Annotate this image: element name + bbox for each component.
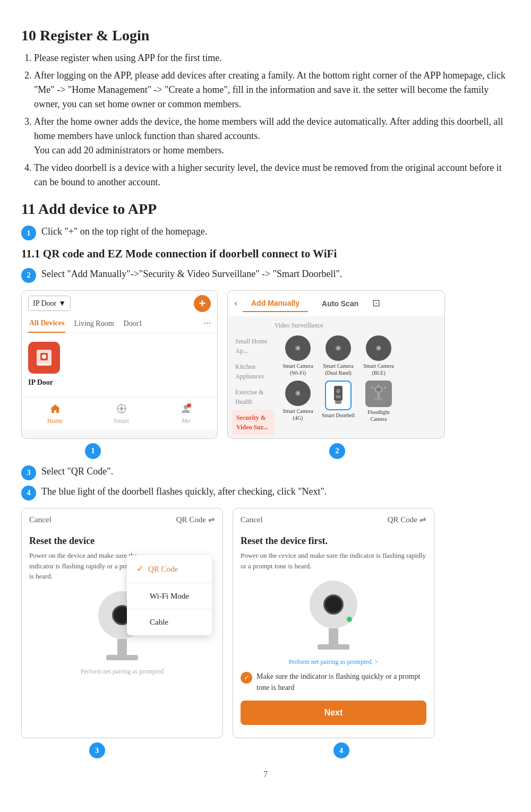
cam-smart-ble[interactable]: Smart Camera (BLE) (360, 335, 397, 376)
svg-rect-3 (38, 364, 50, 365)
svg-line-34 (384, 387, 386, 388)
svg-point-18 (337, 347, 339, 349)
bottom-right-phone: Cancel QR Code ⇌ Reset the device first.… (233, 508, 434, 739)
bl-cancel[interactable]: Cancel (29, 514, 52, 526)
svg-point-15 (297, 347, 299, 349)
tab-living-room[interactable]: Living Room (73, 315, 115, 332)
svg-point-2 (42, 355, 46, 359)
tab-auto-scan[interactable]: Auto Scan (313, 296, 367, 312)
dropdown-wifi-mode[interactable]: Wi-Fi Mode (127, 583, 212, 610)
step1-badge: 1 (21, 226, 36, 240)
page-number: 7 (21, 768, 510, 781)
badge-4-spacer: 4 (241, 742, 442, 758)
badge-2-spacer: 2 (228, 443, 446, 459)
cam-wifi-label: Smart Camera (Wi-Fi) (279, 362, 316, 376)
step2-text: Select "Add Manually"->"Security & Video… (41, 267, 342, 281)
footer-smart[interactable]: Smart (114, 403, 129, 426)
step3-badge: 3 (21, 465, 36, 480)
left-phone-tabs: All Devices Living Room Door1 ··· (22, 314, 217, 333)
step3-text: Select "QR Code". (41, 464, 113, 479)
tab-all-devices[interactable]: All Devices (28, 314, 65, 333)
cam-doorbell-label: Smart Doorbell (322, 412, 355, 419)
bottom-left-phone: Cancel QR Code ⇌ Reset the device Power … (21, 508, 223, 739)
right-phone-content: Video Surveillance Small Home Ap... Kitc… (228, 316, 444, 438)
step2-badge: 2 (21, 268, 36, 283)
svg-point-6 (120, 407, 123, 410)
cam-smart-wifi[interactable]: Smart Camera (Wi-Fi) (279, 335, 316, 376)
right-phone-topbar: ‹ Add Manually Auto Scan ⊡ (228, 291, 444, 316)
categories-area: Small Home Ap... Kitchen Appliances Exer… (232, 333, 440, 435)
video-surveillance-label: Video Surveillance (275, 321, 440, 330)
dropdown-wifi-label: Wi-Fi Mode (150, 590, 189, 602)
bl-perform-text: Perform net pairing as prompted (22, 664, 222, 677)
br-perform-text[interactable]: Perform net pairing as prompted. > (233, 654, 434, 667)
cam-smart-4g[interactable]: Smart Camera (4G) (279, 381, 316, 422)
cat-security-video[interactable]: Security & Video Sur... (232, 410, 275, 435)
bl-title: Reset the device (22, 529, 222, 550)
br-cancel[interactable]: Cancel (241, 514, 263, 526)
dropdown-arrow-icon: ▼ (58, 298, 66, 309)
footer-home[interactable]: Home (47, 403, 63, 426)
camera-items-area: Smart Camera (Wi-Fi) Smart Camera (Dual … (277, 333, 440, 435)
svg-point-21 (378, 347, 380, 349)
svg-rect-31 (378, 393, 380, 398)
svg-marker-4 (50, 404, 60, 413)
bl-wifi-icon: ⇌ (208, 514, 215, 526)
dropdown-qrcode-label: QR Code (148, 563, 178, 575)
footer-me[interactable]: Me (180, 403, 192, 426)
next-button[interactable]: Next (241, 701, 426, 725)
step2-row: 2 Select "Add Manually"->"Security & Vid… (21, 267, 510, 283)
br-check-text: Make sure the indicator is flashing quic… (256, 671, 426, 693)
section10-item3: After the home owner adds the device, th… (34, 115, 510, 158)
section10-item2: After logging on the APP, please add dev… (34, 68, 510, 111)
cam-smart-dual[interactable]: Smart Camera (Dual Band) (320, 335, 357, 376)
step3-row: 3 Select "QR Code". (21, 464, 510, 480)
br-check-row: ✓ Make sure the indicator is flashing qu… (233, 667, 434, 695)
cam-doorbell-icon (325, 381, 352, 410)
dropdown-qrcode[interactable]: ✓ QR Code (127, 555, 212, 583)
cam-floodlight[interactable]: Floodlight Camera (360, 381, 397, 422)
bottom-screenshots-row: Cancel QR Code ⇌ Reset the device Power … (21, 508, 510, 739)
section10-title: 10 Register & Login (21, 24, 510, 47)
bl-qr-text: QR Code (176, 514, 206, 526)
svg-point-12 (187, 403, 191, 408)
cam-4g-svg (290, 386, 305, 401)
cam-doorbell-svg (331, 385, 346, 406)
br-camera-lens (323, 594, 344, 615)
camera-row-2: Smart Camera (4G) (279, 381, 438, 422)
cat-small-home[interactable]: Small Home Ap... (232, 333, 277, 359)
right-phone-screen: ‹ Add Manually Auto Scan ⊡ Video Surveil… (227, 290, 445, 439)
step4-text: The blue light of the doorbell flashes q… (41, 485, 327, 499)
br-camera-area (233, 575, 434, 654)
back-arrow-icon[interactable]: ‹ (234, 296, 237, 310)
bl-dropdown-overlay: ✓ QR Code Wi-Fi Mode Cable (127, 555, 212, 635)
br-camera-dot (347, 617, 352, 622)
br-body: Reset the device first. Power on the cev… (233, 529, 434, 738)
cam-floodlight-svg (369, 384, 388, 403)
tabs-more-icon[interactable]: ··· (204, 316, 211, 331)
cam-smart-doorbell[interactable]: Smart Doorbell (320, 381, 357, 422)
footer-home-label: Home (47, 416, 63, 426)
section11-title: 11 Add device to APP (21, 198, 510, 220)
cat-exercise[interactable]: Exercise & Health (232, 384, 277, 410)
tab-door1[interactable]: Door1 (123, 315, 144, 332)
tab-add-manually[interactable]: Add Manually (243, 295, 308, 312)
footer-smart-label: Smart (114, 416, 129, 426)
add-device-button[interactable]: + (194, 295, 211, 312)
dropdown-cable[interactable]: Cable (127, 609, 212, 635)
cam-ble-label: Smart Camera (BLE) (360, 362, 397, 376)
me-icon (180, 403, 192, 414)
step1-text: Click "+" on the top right of the homepa… (41, 224, 207, 239)
scan-icon[interactable]: ⊡ (372, 296, 380, 310)
smart-icon (116, 403, 127, 414)
home-icon (49, 403, 61, 414)
br-camera-stand (329, 628, 338, 644)
screenshots-row-1: IP Door ▼ + All Devices Living Room Door… (21, 290, 510, 439)
bl-body: Reset the device Power on the device and… (22, 529, 222, 685)
cat-kitchen[interactable]: Kitchen Appliances (232, 359, 277, 384)
cam-ble-icon (366, 335, 391, 361)
left-phone-topbar: IP Door ▼ + (22, 291, 217, 314)
camera-row-1: Smart Camera (Wi-Fi) Smart Camera (Dual … (279, 335, 438, 376)
br-qr-label: QR Code ⇌ (388, 514, 426, 526)
ip-door-dropdown[interactable]: IP Door ▼ (28, 296, 71, 311)
